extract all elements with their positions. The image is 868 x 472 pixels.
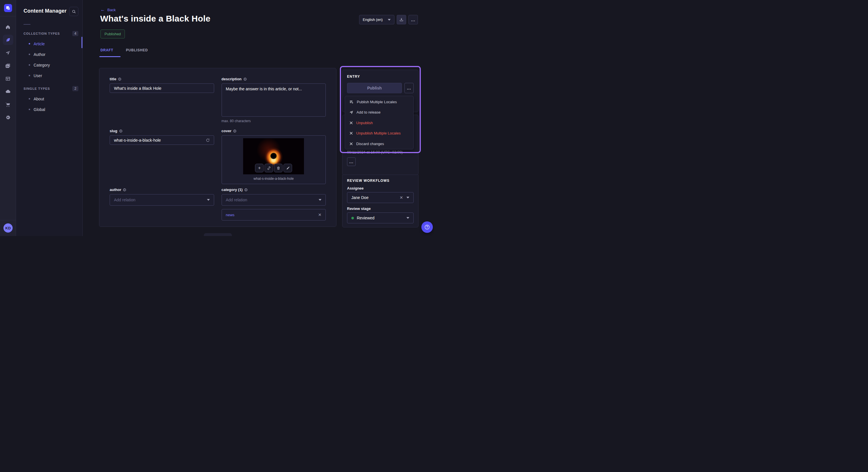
review-stage-label: Review stage — [347, 206, 414, 211]
settings-gear-icon[interactable] — [3, 112, 13, 123]
marketplace-cart-icon[interactable] — [3, 99, 13, 109]
collection-types-list: Article Author Category User — [16, 38, 82, 81]
copy-link-button[interactable] — [265, 164, 273, 172]
i18n-globe-icon — [243, 77, 247, 81]
releases-icon[interactable] — [3, 47, 13, 58]
chevron-down-icon — [388, 19, 391, 21]
sidebar-item-user[interactable]: User — [16, 70, 82, 81]
active-tab-indicator — [99, 56, 121, 57]
regenerate-slug-icon[interactable] — [206, 138, 210, 142]
bullet-icon — [29, 43, 30, 44]
menu-item-unpublish-multiple-locales[interactable]: Unpublish Multiple Locales — [345, 128, 413, 139]
description-textarea[interactable]: Maybe the answer is in this article, or … — [222, 83, 326, 117]
chevron-down-icon — [406, 217, 409, 219]
entry-more-button[interactable]: ... — [404, 83, 414, 93]
rail-bottom-divider — [0, 220, 16, 220]
single-types-list: About Global — [16, 94, 82, 115]
tab-draft[interactable]: DRAFT — [100, 48, 113, 52]
cloud-icon[interactable] — [3, 86, 13, 97]
assignee-select[interactable]: Jane Doe ✕ — [347, 192, 414, 203]
sidebar-item-label: About — [34, 97, 44, 101]
rail-divider — [0, 16, 16, 16]
locale-select[interactable]: English (en) — [359, 15, 394, 24]
bullet-icon — [29, 109, 30, 110]
sidebar-item-label: Category — [34, 63, 50, 67]
published-status-badge: Published — [100, 30, 125, 38]
relation-link-news[interactable]: news — [226, 213, 235, 217]
i18n-globe-icon — [233, 129, 237, 133]
sidebar-item-label: Global — [34, 107, 45, 112]
content-manager-icon[interactable] — [3, 35, 13, 45]
category-field-label: category (1) — [222, 188, 243, 192]
slug-value: what-s-inside-a-black-hole — [114, 138, 161, 142]
title-field-label: title — [110, 77, 116, 81]
stage-status-dot — [351, 217, 354, 220]
menu-item-unpublish[interactable]: Unpublish — [345, 117, 413, 128]
menu-item-add-to-release[interactable]: Add to release — [345, 107, 413, 118]
scheduled-date-text: 09/11/2024 at 16:00 (UTC+02:00) — [347, 150, 415, 154]
list-plus-icon — [349, 100, 353, 104]
menu-item-label: Publish Multiple Locales — [357, 100, 397, 104]
assignee-label: Assignee — [347, 186, 414, 191]
back-link[interactable]: ← Back — [100, 7, 116, 12]
add-asset-button[interactable]: + — [255, 164, 264, 172]
review-stage-select[interactable]: Reviewed — [347, 212, 414, 224]
sidebar-item-label: User — [34, 73, 42, 78]
media-library-icon[interactable] — [3, 61, 13, 71]
cover-field: + what-s-inside-a-black-hole — [222, 135, 326, 184]
i18n-globe-icon — [244, 188, 248, 192]
content-manager-sidebar: Content Manager COLLECTION TYPES 4 Artic… — [16, 0, 83, 236]
user-avatar[interactable]: KD — [3, 224, 12, 233]
help-button[interactable] — [422, 222, 433, 233]
description-field-label: description — [222, 77, 242, 81]
delete-asset-button[interactable] — [274, 164, 283, 172]
page-title: What's inside a Black Hole — [100, 14, 210, 24]
sidebar-item-about[interactable]: About — [16, 94, 82, 104]
tab-published[interactable]: PUBLISHED — [126, 48, 148, 52]
menu-item-discard-changes[interactable]: Discard changes — [345, 138, 413, 149]
collection-types-header: COLLECTION TYPES — [24, 32, 60, 35]
review-workflows-panel: REVIEW WORKFLOWS Assignee Jane Doe ✕ Rev… — [342, 174, 418, 227]
menu-item-publish-multiple-locales[interactable]: Publish Multiple Locales — [345, 97, 413, 107]
edit-asset-button[interactable] — [284, 164, 292, 172]
strapi-logo[interactable] — [4, 4, 12, 12]
entry-panel-title: ENTRY — [347, 74, 414, 78]
export-download-button[interactable] — [397, 15, 406, 24]
bullet-icon — [29, 98, 30, 100]
scheduled-more-button[interactable]: ... — [347, 158, 355, 166]
cross-icon — [349, 142, 353, 146]
cover-toolbar: + — [255, 164, 292, 172]
cross-icon — [349, 131, 353, 135]
remove-relation-icon[interactable]: ✕ — [318, 212, 321, 217]
home-icon[interactable] — [3, 22, 13, 32]
slug-input[interactable]: what-s-inside-a-black-hole — [110, 135, 214, 145]
paper-plane-icon — [349, 110, 353, 114]
sidebar-item-category[interactable]: Category — [16, 60, 82, 70]
clear-assignee-icon[interactable]: ✕ — [400, 195, 403, 200]
ellipsis-icon: ... — [411, 18, 415, 22]
publish-button[interactable]: Publish — [347, 83, 402, 93]
description-hint: max. 80 characters — [222, 119, 326, 123]
sidebar-item-author[interactable]: Author — [16, 49, 82, 60]
add-component-button-partial[interactable] — [204, 233, 232, 236]
header-actions: English (en) ... — [359, 15, 418, 24]
header-more-button[interactable]: ... — [408, 15, 418, 24]
sidebar-item-article[interactable]: Article — [16, 38, 82, 49]
search-button[interactable] — [69, 7, 79, 16]
back-arrow-icon: ← — [100, 7, 105, 12]
sidebar-item-global[interactable]: Global — [16, 104, 82, 115]
title-input[interactable]: What's inside a Black Hole — [110, 83, 214, 93]
content-type-builder-icon[interactable] — [3, 73, 13, 84]
slug-field-label: slug — [110, 129, 117, 133]
author-relation-select[interactable]: Add relation — [110, 194, 214, 206]
chevron-down-icon — [406, 197, 409, 198]
category-relation-select[interactable]: Add relation — [222, 194, 326, 206]
sidebar-scrollbar[interactable] — [82, 37, 82, 48]
menu-item-label: Add to release — [356, 110, 381, 114]
category-placeholder: Add relation — [226, 198, 247, 202]
i18n-globe-icon — [119, 129, 123, 133]
cover-filename: what-s-inside-a-black-hole — [222, 177, 326, 181]
main-nav-rail: KD — [0, 0, 16, 236]
menu-item-label: Discard changes — [356, 142, 384, 146]
single-types-count-badge: 2 — [72, 86, 79, 91]
